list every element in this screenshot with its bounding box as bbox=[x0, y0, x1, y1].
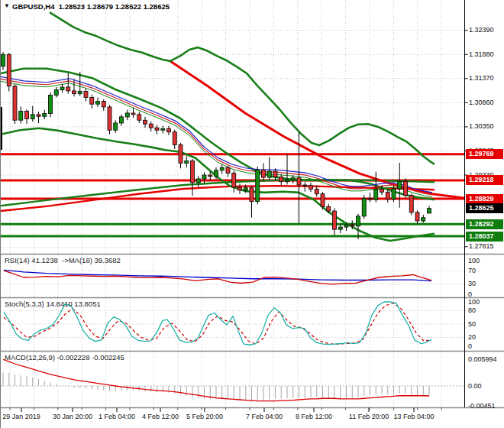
chart-title: GBPUSD,H4 1.28523 1.28679 1.28522 1.2862… bbox=[12, 2, 170, 11]
rsi-scale-label: 70 bbox=[468, 267, 476, 275]
price-tick-label: 1.30350 bbox=[469, 122, 504, 131]
macd-scale-label: -0.00451 bbox=[468, 402, 496, 410]
price-sr-label: 1.29218 bbox=[466, 175, 503, 185]
stoch-scale-label: 100 bbox=[468, 298, 480, 306]
rsi-scale-label: 30 bbox=[468, 280, 476, 288]
macd-scale-label: 0.005994 bbox=[468, 355, 497, 364]
time-tick-label: 5 Feb 20:00 bbox=[174, 413, 235, 420]
rsi-label: RSI(14) 41.1238 ->MA(18) 39.3682 bbox=[5, 256, 121, 264]
price-sr-label: 1.28037 bbox=[466, 232, 503, 242]
time-tick-label: 13 Feb 04:00 bbox=[383, 413, 444, 420]
price-sr-label: 1.28829 bbox=[466, 194, 503, 204]
price-tick-label: 1.32390 bbox=[469, 26, 504, 34]
price-tick-label: 1.30860 bbox=[469, 99, 504, 107]
price-sr-label: 1.28625 bbox=[466, 203, 503, 213]
stoch-scale-label: 80 bbox=[468, 306, 476, 315]
time-tick-label: 8 Feb 12:00 bbox=[283, 413, 344, 420]
stoch-label: Stoch(5,3,3) 14.8410 13.8051 bbox=[5, 300, 101, 308]
rsi-scale-label: 100 bbox=[468, 257, 480, 265]
stoch-scale-label: 0 bbox=[468, 342, 472, 351]
macd-label: MACD(12,26,9) -0.002228 -0.002245 bbox=[5, 353, 124, 362]
price-tick-label: 1.27815 bbox=[469, 242, 504, 251]
price-chart-canvas[interactable] bbox=[1, 0, 504, 428]
stoch-scale-label: 50 bbox=[468, 320, 476, 329]
price-sr-label: 1.29769 bbox=[466, 149, 503, 159]
chart-menu-icon[interactable]: ▼ bbox=[4, 2, 10, 9]
chart-window: ▼ GBPUSD,H4 1.28523 1.28679 1.28522 1.28… bbox=[0, 0, 504, 428]
price-tick-label: 1.31370 bbox=[469, 74, 504, 83]
price-tick-label: 1.31880 bbox=[469, 50, 504, 59]
stoch-scale-label: 20 bbox=[468, 333, 476, 342]
price-sr-label: 1.28292 bbox=[466, 219, 503, 229]
macd-scale-label: 0.00 bbox=[468, 382, 482, 391]
